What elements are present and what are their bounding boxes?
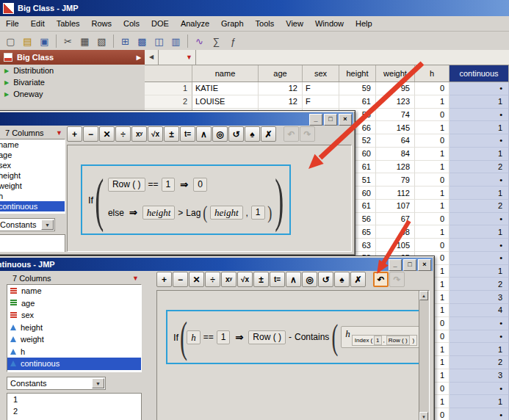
subtract-button[interactable]: − bbox=[83, 126, 98, 142]
column-item-weight[interactable]: weight bbox=[0, 181, 65, 191]
cell-weight[interactable]: 105 bbox=[376, 239, 415, 252]
insert-button[interactable]: ∧ bbox=[196, 126, 212, 142]
save-icon[interactable]: ▣ bbox=[37, 34, 52, 48]
column-header-age[interactable]: age bbox=[259, 65, 303, 82]
menu-tables[interactable]: Tables bbox=[51, 17, 86, 30]
cell-weight[interactable]: 64 bbox=[376, 134, 415, 148]
menu-rows[interactable]: Rows bbox=[86, 17, 118, 30]
column-item-age[interactable]: age bbox=[7, 297, 141, 310]
cell-continuous[interactable]: 1 bbox=[450, 148, 509, 161]
cell-continuous[interactable]: 1 bbox=[450, 395, 509, 408]
cell-continuous[interactable]: • bbox=[450, 408, 509, 420]
column-header-h[interactable]: h bbox=[415, 65, 450, 82]
main-title-bar[interactable]: Big Class - JMP bbox=[0, 0, 509, 16]
minimize-button[interactable]: _ bbox=[389, 259, 402, 271]
editor2-constants-dropdown[interactable]: Constants ▼ bbox=[7, 377, 106, 390]
cell-h[interactable]: 0 bbox=[415, 109, 450, 122]
copy-icon[interactable]: ▦ bbox=[77, 34, 93, 48]
cell-weight[interactable]: 67 bbox=[376, 213, 415, 226]
editor2-formula-selection[interactable]: If ( h == 1 ⇒ Row ( ) - Contains ( h Ind… bbox=[166, 310, 430, 364]
cell-continuous[interactable]: • bbox=[450, 330, 509, 344]
subscripted-h-term[interactable]: h Index ( 1 , Row ( ) ) bbox=[341, 326, 422, 348]
cell-weight[interactable]: 123 bbox=[376, 95, 415, 109]
clause-1[interactable]: Row ( ) == 1 ⇒ 0 bbox=[108, 178, 271, 192]
index-end-term[interactable]: Row ( ) bbox=[386, 336, 410, 345]
chevron-down-icon[interactable]: ▼ bbox=[92, 378, 104, 388]
editor1-formula-selection[interactable]: If ( Row ( ) == 1 ⇒ 0 else ⇒ height > bbox=[81, 164, 291, 235]
cell-continuous[interactable]: 2 bbox=[450, 356, 509, 369]
column-header-name[interactable]: name bbox=[192, 65, 259, 82]
chevron-down-icon[interactable]: ▼ bbox=[41, 220, 54, 230]
constant-item[interactable]: 2 bbox=[7, 405, 141, 417]
new-data-table-icon[interactable]: ⊞ bbox=[118, 34, 133, 48]
cell-sex[interactable]: F bbox=[303, 95, 339, 109]
menu-window[interactable]: Window bbox=[309, 17, 350, 30]
cell-name[interactable]: KATIE bbox=[192, 82, 259, 95]
cell-continuous[interactable]: • bbox=[450, 383, 509, 396]
column-item-age[interactable]: age bbox=[0, 150, 65, 160]
index-subscript[interactable]: Index ( 1 , Row ( ) ) bbox=[352, 335, 417, 346]
delete-button[interactable]: ✗ bbox=[261, 126, 276, 142]
editor2-title-bar[interactable]: continuous - JMP _ □ × bbox=[0, 258, 433, 271]
cell-age[interactable]: 12 bbox=[259, 82, 303, 95]
column-header-sex[interactable]: sex bbox=[303, 65, 339, 82]
expand-icon[interactable]: ▶ bbox=[137, 54, 141, 61]
peel-button[interactable]: ♠ bbox=[245, 126, 260, 142]
cell-continuous[interactable]: 1 bbox=[450, 121, 509, 134]
cell-weight[interactable]: 84 bbox=[376, 148, 415, 161]
cell-weight[interactable]: 112 bbox=[376, 187, 415, 200]
cut-icon[interactable]: ✂ bbox=[60, 34, 76, 48]
column-item-continuous[interactable]: continuous bbox=[0, 201, 65, 211]
close-button[interactable]: × bbox=[339, 114, 352, 126]
cell-h[interactable]: 1 bbox=[415, 148, 450, 161]
cell-h[interactable]: 0 bbox=[415, 239, 450, 252]
zoom-button[interactable]: ◎ bbox=[302, 272, 317, 287]
editor1-title-bar[interactable]: _ □ × bbox=[0, 112, 353, 126]
cell-h[interactable]: 0 bbox=[415, 173, 450, 187]
unary-sign-button[interactable]: ± bbox=[164, 126, 179, 142]
index-start-term[interactable]: 1 bbox=[374, 336, 381, 345]
column-item-height[interactable]: height bbox=[7, 322, 141, 334]
cell-continuous[interactable]: 3 bbox=[450, 369, 509, 383]
unary-sign-button[interactable]: ± bbox=[253, 272, 269, 287]
divide-button[interactable]: ÷ bbox=[115, 126, 131, 142]
constant-item[interactable]: 1 bbox=[7, 394, 141, 405]
cell-continuous[interactable]: • bbox=[450, 134, 509, 148]
add-button[interactable]: + bbox=[67, 126, 82, 142]
column-item-continuous[interactable]: continuous bbox=[7, 358, 141, 370]
cell-h[interactable]: 1 bbox=[415, 200, 450, 213]
cell-weight[interactable]: 128 bbox=[376, 161, 415, 174]
h-variable-term[interactable]: h bbox=[187, 330, 201, 344]
lag-count-term[interactable]: 1 bbox=[251, 206, 265, 220]
cell-h[interactable]: 1 bbox=[415, 161, 450, 174]
lag-function[interactable]: Lag bbox=[186, 208, 201, 218]
edit-term-button[interactable]: t= bbox=[180, 126, 195, 142]
sidebar-header[interactable]: Big Class ▶ bbox=[0, 50, 145, 65]
menu-help[interactable]: Help bbox=[350, 17, 378, 30]
cell-weight[interactable]: 95 bbox=[376, 82, 415, 95]
red-triangle-menu-icon[interactable]: ▼ bbox=[132, 275, 139, 282]
cell-h[interactable]: 1 bbox=[415, 187, 450, 200]
column-item-h[interactable]: h bbox=[7, 346, 141, 358]
cell-continuous[interactable]: 3 bbox=[450, 291, 509, 304]
cell-h[interactable]: 1 bbox=[415, 225, 450, 239]
multiply-button[interactable]: ✕ bbox=[189, 272, 204, 287]
column-item-height[interactable]: height bbox=[0, 170, 65, 181]
subtract-button[interactable]: − bbox=[173, 272, 188, 287]
menu-view[interactable]: View bbox=[280, 17, 309, 30]
new-icon[interactable]: ▢ bbox=[3, 34, 18, 48]
cell-continuous[interactable]: • bbox=[450, 213, 509, 226]
editor2-formula-area[interactable]: If ( h == 1 ⇒ Row ( ) - Contains ( h Ind… bbox=[156, 290, 430, 420]
menu-analyze[interactable]: Analyze bbox=[175, 17, 215, 30]
column-item-name[interactable]: name bbox=[7, 285, 141, 297]
sum-icon[interactable]: ∑ bbox=[209, 34, 224, 48]
row-function-term[interactable]: Row ( ) bbox=[248, 330, 286, 344]
cell-h[interactable]: 1 bbox=[415, 121, 450, 134]
maximize-button[interactable]: □ bbox=[324, 114, 337, 126]
column-item-sex[interactable]: sex bbox=[7, 309, 141, 322]
cell-h[interactable]: 0 bbox=[415, 213, 450, 226]
undo-button[interactable]: ↶ bbox=[284, 126, 299, 142]
formula-scrollbar[interactable]: ▲ ▼ bbox=[419, 291, 429, 420]
height-variable-term[interactable]: height bbox=[210, 206, 243, 220]
undo-button[interactable]: ↶ bbox=[373, 272, 389, 287]
